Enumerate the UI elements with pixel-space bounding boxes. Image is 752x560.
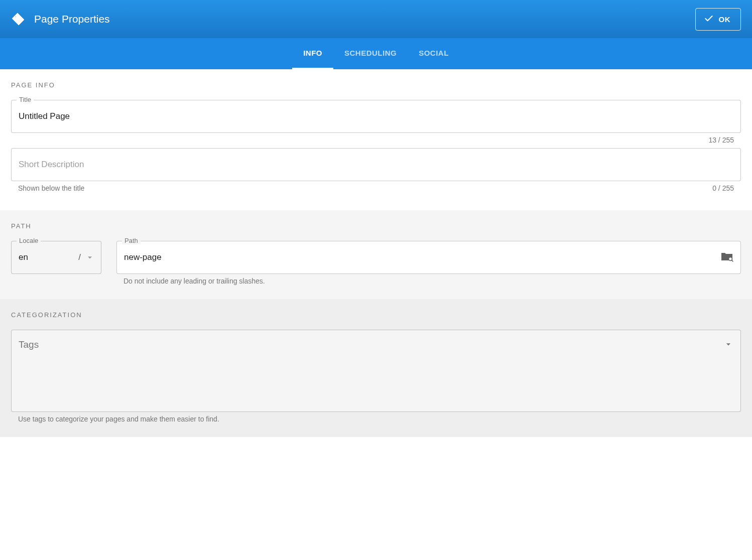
- header-left: Page Properties: [11, 12, 110, 26]
- title-input[interactable]: [12, 100, 740, 132]
- path-row: Locale en / Path: [11, 241, 741, 285]
- page-title: Page Properties: [34, 13, 110, 25]
- path-input[interactable]: [117, 241, 740, 273]
- desc-helper: Shown below the title 0 / 255: [11, 181, 741, 192]
- locale-value: en: [19, 252, 74, 262]
- section-heading: CATEGORIZATION: [11, 311, 741, 319]
- section-page-info: PAGE INFO Title 13 / 255 Shown below the…: [0, 69, 752, 210]
- locale-suffix: /: [78, 252, 81, 262]
- tab-label: SCHEDULING: [344, 49, 397, 57]
- title-counter: 13 / 255: [708, 136, 734, 144]
- locale-label: Locale: [17, 237, 41, 244]
- locale-select[interactable]: Locale en /: [11, 241, 101, 274]
- desc-counter: 0 / 255: [712, 184, 734, 192]
- desc-field: [11, 148, 741, 181]
- tab-label: SOCIAL: [419, 49, 449, 57]
- path-helper: Do not include any leading or trailing s…: [116, 274, 741, 285]
- folder-search-icon[interactable]: [720, 251, 733, 264]
- tab-scheduling[interactable]: SCHEDULING: [333, 38, 408, 69]
- section-path: PATH Locale en / Path: [0, 210, 752, 299]
- svg-line-2: [732, 260, 733, 262]
- title-field-wrap: Title 13 / 255: [11, 100, 741, 144]
- chevron-down-icon: [723, 339, 733, 351]
- tags-helper: Use tags to categorize your pages and ma…: [11, 412, 741, 423]
- desc-field-wrap: Shown below the title 0 / 255: [11, 148, 741, 192]
- section-heading: PAGE INFO: [11, 81, 741, 89]
- path-hint: Do not include any leading or trailing s…: [123, 277, 265, 285]
- chevron-down-icon: [85, 252, 95, 262]
- title-field: Title: [11, 100, 741, 133]
- section-heading: PATH: [11, 222, 741, 230]
- locale-inner: en /: [12, 241, 101, 273]
- tags-hint: Use tags to categorize your pages and ma…: [18, 415, 219, 423]
- tags-placeholder: Tags: [19, 339, 39, 350]
- header: Page Properties OK: [0, 0, 752, 38]
- path-label: Path: [122, 237, 141, 244]
- path-field: Path: [116, 241, 741, 274]
- title-helper: 13 / 255: [11, 133, 741, 144]
- title-label: Title: [17, 96, 34, 103]
- tag-icon: [11, 12, 25, 26]
- desc-input[interactable]: [12, 149, 740, 181]
- desc-hint: Shown below the title: [18, 184, 84, 192]
- path-field-wrap: Path Do not include any leading or trail…: [116, 241, 741, 285]
- tab-info[interactable]: INFO: [292, 38, 333, 69]
- ok-button[interactable]: OK: [695, 8, 741, 31]
- ok-button-label: OK: [719, 15, 731, 24]
- check-icon: [704, 14, 714, 25]
- section-categorization: CATEGORIZATION Tags Use tags to categori…: [0, 299, 752, 437]
- tab-label: INFO: [303, 49, 322, 57]
- tabs: INFO SCHEDULING SOCIAL: [0, 38, 752, 69]
- tags-field[interactable]: Tags: [11, 330, 741, 412]
- svg-point-0: [15, 16, 17, 18]
- tab-social[interactable]: SOCIAL: [408, 38, 460, 69]
